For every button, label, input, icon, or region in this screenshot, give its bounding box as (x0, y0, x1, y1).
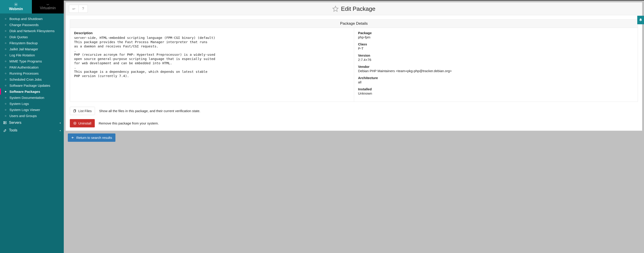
sidebar-item[interactable]: PAM Authentication (0, 64, 64, 70)
uninstall-button[interactable]: Uninstall (70, 119, 95, 127)
meta-installed: Installed Unknown (358, 87, 634, 95)
meta-value: P-T (358, 47, 634, 50)
help-icon: ? (82, 7, 84, 11)
sidebar-section-tools[interactable]: Tools ◂ (0, 127, 64, 134)
uninstall-label: Uninstall (78, 121, 92, 125)
bullet-icon (5, 115, 6, 117)
sidebar-item-label: Log File Rotation (10, 53, 35, 57)
list-files-button[interactable]: List Files (70, 107, 95, 115)
tools-icon (3, 129, 7, 132)
star-icon[interactable] (332, 6, 338, 12)
action-uninstall-row: Uninstall Remove this package from your … (66, 118, 642, 131)
list-files-desc: Show all the files in this package, and … (99, 109, 200, 113)
action-list-files-row: List Files Show all the files in this pa… (66, 106, 642, 118)
bullet-icon (5, 55, 6, 56)
sidebar-item[interactable]: Scheduled Cron Jobs (0, 76, 64, 83)
header-nav-buttons: ↩ ? (69, 5, 88, 13)
sidebar-item[interactable]: Disk Quotas (0, 34, 64, 40)
meta-architecture: Architecture all (358, 76, 634, 84)
sidebar-item-label: Bootup and Shutdown (10, 17, 43, 21)
sidebar-item[interactable]: Disk and Network Filesystems (0, 28, 64, 34)
page-title: Edit Package (341, 6, 375, 12)
content-card: ↩ ? Edit Package Package Details Descrip… (66, 2, 642, 131)
bullet-icon (5, 103, 6, 105)
sidebar-nav: Bootup and ShutdownChange PasswordsDisk … (0, 14, 64, 119)
chevron-down-icon (46, 3, 50, 6)
svg-point-0 (16, 4, 16, 5)
sidebar-item-label: PAM Authentication (10, 65, 38, 69)
sidebar-item-label: Users and Groups (10, 114, 37, 118)
bullet-icon (5, 36, 6, 38)
sidebar-item-label: Running Processes (10, 72, 38, 75)
meta-value: php-fpm (358, 35, 634, 39)
meta-label: Class (358, 42, 634, 46)
meta-package: Package php-fpm (358, 31, 634, 39)
caret-left-icon: ◂ (60, 129, 61, 132)
sidebar-item[interactable]: Change Passwords (0, 22, 64, 28)
return-label: Return to search results (76, 136, 112, 140)
sidebar-item[interactable]: Filesystem Backup (0, 40, 64, 46)
bullet-icon (5, 18, 6, 20)
files-icon (73, 109, 76, 113)
sidebar-item[interactable]: System Logs Viewer (0, 107, 64, 113)
bullet-icon (5, 67, 6, 68)
sidebar-section-servers[interactable]: Servers ◂ (0, 119, 64, 127)
bullet-icon (5, 97, 6, 98)
meta-value: all (358, 80, 634, 84)
page-title-wrap: Edit Package (88, 6, 620, 12)
sidebar-item-label: System Logs Viewer (10, 108, 40, 112)
return-button[interactable]: Return to search results (68, 133, 116, 142)
svg-point-3 (4, 122, 4, 122)
sidebar-item[interactable]: System Documentation (0, 95, 64, 101)
servers-icon (3, 121, 7, 124)
svg-marker-5 (333, 6, 338, 11)
arrow-back-icon: ↩ (72, 7, 75, 11)
main: ↩ ? Edit Package Package Details Descrip… (64, 0, 644, 253)
package-details-panel: Package Details Description server-side,… (70, 19, 638, 102)
back-button[interactable]: ↩ (69, 5, 78, 13)
bullet-icon (5, 73, 6, 74)
sidebar-item-label: Disk and Network Filesystems (10, 29, 54, 33)
sidebar-item-label: Software Packages (10, 90, 40, 94)
sidebar-item[interactable]: Running Processes (0, 70, 64, 76)
meta-label: Architecture (358, 76, 634, 80)
sidebar-item-label: Filesystem Backup (10, 41, 38, 45)
bullet-icon (5, 30, 6, 32)
sidebar-item-label: System Logs (10, 102, 29, 106)
meta-vendor: Vendor Debian PHP Maintainers <team+pkg-… (358, 65, 634, 73)
meta-label: Vendor (358, 65, 634, 69)
sidebar-item[interactable]: Software Packages (0, 89, 64, 95)
help-button[interactable]: ? (78, 5, 88, 13)
sidebar-item[interactable]: System Logs (0, 101, 64, 107)
sidebar-section-label: Servers (9, 121, 21, 125)
meta-label: Version (358, 54, 634, 57)
sidebar-item[interactable]: Software Package Updates (0, 83, 64, 89)
return-row: Return to search results (64, 131, 644, 146)
bullet-icon (5, 61, 6, 62)
sidebar-item[interactable]: Users and Groups (0, 113, 64, 119)
bullet-icon (5, 49, 6, 50)
bell-icon (639, 18, 642, 22)
description-column: Description server-side, HTML-embedded s… (70, 28, 354, 102)
tab-webmin[interactable]: Webmin (0, 0, 32, 14)
sidebar-item[interactable]: MIME Type Programs (0, 58, 64, 64)
panel-title: Package Details (70, 20, 638, 28)
sidebar-item[interactable]: Log File Rotation (0, 52, 64, 58)
webmin-icon (14, 3, 18, 7)
sidebar-section-label: Tools (9, 128, 17, 132)
bullet-icon (5, 85, 6, 86)
svg-point-4 (4, 123, 4, 124)
sidebar-item-label: Disk Quotas (10, 35, 28, 39)
tab-virtualmin[interactable]: Virtualmin (32, 0, 64, 14)
list-files-label: List Files (78, 109, 92, 113)
sidebar-item[interactable]: Jailkit Jail Manager (0, 46, 64, 52)
caret-left-icon: ◂ (60, 122, 61, 124)
sidebar-item-label: Jailkit Jail Manager (10, 47, 38, 51)
notifications-tab[interactable] (637, 16, 644, 24)
tab-webmin-label: Webmin (9, 7, 23, 11)
svg-rect-7 (74, 110, 76, 112)
sidebar-item[interactable]: Bootup and Shutdown (0, 16, 64, 22)
meta-class: Class P-T (358, 42, 634, 50)
bullet-icon (5, 24, 6, 26)
sidebar-item-label: Change Passwords (10, 23, 38, 27)
